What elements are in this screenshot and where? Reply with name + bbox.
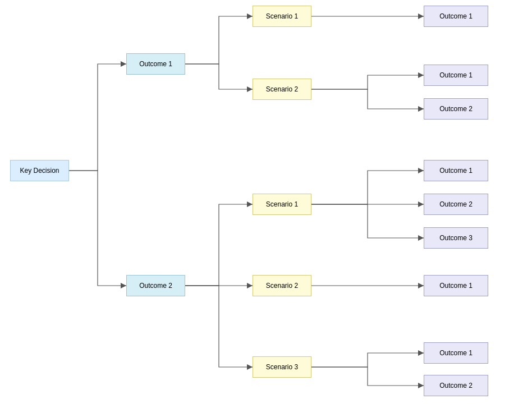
result-node-2-1-2: Outcome 2 [424, 194, 488, 215]
svg-marker-16 [418, 350, 424, 356]
svg-marker-3 [121, 283, 126, 288]
result-node-2-1-1: Outcome 1 [424, 160, 488, 181]
scenario-node-1-2: Scenario 2 [253, 79, 311, 100]
result-node-2-3-2: Outcome 2 [424, 375, 488, 396]
scenario-node-2-3: Scenario 3 [253, 356, 311, 378]
outcome-node-1: Outcome 1 [126, 53, 185, 75]
result-node-2-2-1: Outcome 1 [424, 275, 488, 296]
result-node-1-1-1: Outcome 1 [424, 6, 488, 27]
decision-node: Key Decision [10, 160, 69, 181]
svg-marker-2 [121, 61, 126, 67]
svg-marker-9 [418, 13, 424, 19]
scenario-node-2-2: Scenario 2 [253, 275, 311, 296]
outcome-node-2: Outcome 2 [126, 275, 185, 296]
scenario-node-1-1: Scenario 1 [253, 6, 311, 27]
svg-marker-4 [247, 13, 253, 19]
svg-marker-15 [418, 283, 424, 288]
svg-marker-12 [418, 168, 424, 173]
svg-marker-6 [247, 201, 253, 207]
decision-tree-diagram: Key Decision Outcome 1 Outcome 2 Scenari… [0, 0, 532, 408]
svg-marker-10 [418, 72, 424, 78]
svg-marker-14 [418, 235, 424, 241]
svg-marker-8 [247, 364, 253, 370]
scenario-node-2-1: Scenario 1 [253, 194, 311, 215]
result-node-2-1-3: Outcome 3 [424, 227, 488, 249]
svg-marker-13 [418, 201, 424, 207]
svg-marker-7 [247, 283, 253, 288]
result-node-1-2-1: Outcome 1 [424, 65, 488, 86]
svg-marker-17 [418, 383, 424, 388]
result-node-1-2-2: Outcome 2 [424, 98, 488, 120]
result-node-2-3-1: Outcome 1 [424, 342, 488, 364]
svg-marker-11 [418, 106, 424, 112]
svg-marker-5 [247, 86, 253, 92]
